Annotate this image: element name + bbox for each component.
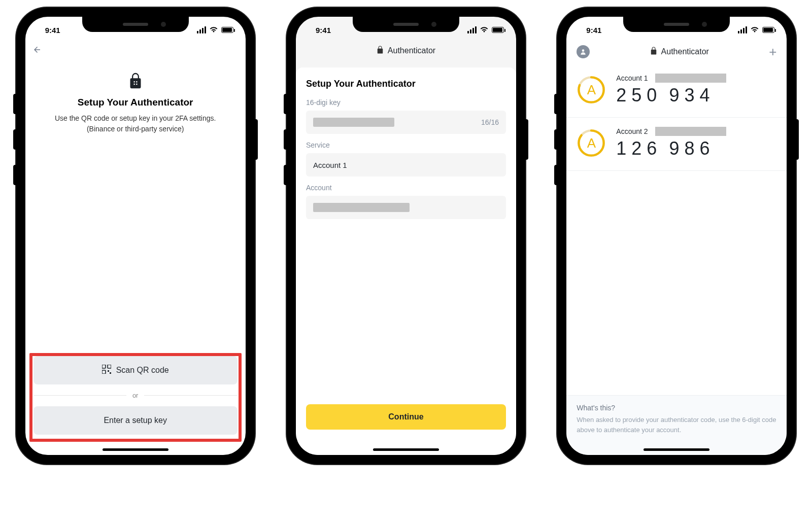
continue-button[interactable]: Continue [306, 404, 506, 430]
phone-frame-3: 9:41 Authenticator [557, 8, 796, 464]
qr-icon [102, 365, 111, 376]
home-indicator[interactable] [644, 448, 709, 451]
redacted-account-detail [655, 127, 726, 136]
svg-point-9 [582, 49, 585, 52]
svg-rect-0 [133, 81, 134, 82]
battery-icon [762, 27, 774, 33]
app-bar: Authenticator + [566, 39, 787, 64]
svg-rect-6 [102, 370, 106, 374]
home-indicator[interactable] [373, 448, 439, 451]
account-row[interactable]: A Account 1 250934 [566, 64, 787, 118]
svg-rect-2 [133, 84, 134, 85]
setup-title: Setup Your Authenticator [33, 97, 238, 108]
enter-setup-key-button[interactable]: Enter a setup key [33, 406, 238, 435]
profile-button[interactable] [577, 45, 590, 58]
app-title: Authenticator [661, 47, 709, 56]
svg-rect-3 [136, 84, 137, 85]
timer-ring: A [577, 128, 606, 158]
lock-icon [650, 46, 657, 57]
add-account-button[interactable]: + [769, 44, 776, 60]
setup-heading: Setup Your Authenticator [306, 79, 506, 89]
field-service-label: Service [306, 141, 506, 149]
status-time: 9:41 [579, 26, 609, 34]
account-name: Account 1 [616, 74, 648, 82]
key-counter: 16/16 [481, 118, 499, 126]
key-input[interactable]: 16/16 [306, 111, 506, 134]
back-button[interactable] [25, 39, 46, 62]
lock-icon [128, 72, 143, 90]
service-value: Account 1 [313, 161, 347, 169]
field-account-label: Account [306, 184, 506, 192]
svg-rect-1 [136, 81, 137, 82]
wifi-icon [750, 26, 759, 34]
auth-code: 126986 [616, 138, 776, 159]
status-icons [467, 26, 504, 34]
svg-rect-5 [108, 365, 111, 368]
redacted-account-detail [655, 74, 726, 83]
scan-qr-button[interactable]: Scan QR code [33, 356, 238, 384]
lock-icon [377, 45, 384, 56]
setup-subtitle: Use the QR code or setup key in your 2FA… [33, 113, 238, 134]
or-divider: or [33, 392, 238, 399]
help-footer: What's this? When asked to provide your … [566, 395, 787, 455]
auth-code: 250934 [616, 85, 776, 106]
wifi-icon [209, 26, 218, 34]
redacted-account-value [313, 203, 410, 212]
home-indicator[interactable] [103, 448, 168, 451]
svg-rect-4 [102, 365, 106, 368]
field-key-label: 16-digi key [306, 98, 506, 107]
status-time: 9:41 [38, 26, 68, 34]
svg-rect-7 [108, 370, 109, 372]
timer-ring: A [577, 75, 606, 104]
service-input[interactable]: Account 1 [306, 153, 506, 177]
help-body: When asked to provide your authenticator… [577, 415, 776, 435]
status-icons [738, 26, 774, 34]
account-input[interactable] [306, 196, 506, 219]
cellular-signal-icon [197, 26, 206, 33]
app-bar: Authenticator [296, 39, 516, 62]
notch [623, 17, 730, 32]
cellular-signal-icon [467, 26, 477, 33]
battery-icon [221, 27, 233, 33]
app-title: Authenticator [388, 46, 435, 55]
notch [353, 17, 459, 32]
phone-frame-1: 9:41 Setup Your Authenticat [16, 8, 255, 464]
account-row[interactable]: A Account 2 126986 [566, 118, 787, 171]
status-icons [197, 26, 233, 34]
svg-rect-8 [110, 372, 111, 374]
cellular-signal-icon [738, 26, 747, 33]
help-title: What's this? [577, 404, 776, 412]
phone-frame-2: 9:41 Authenticator Setup Your Authentica… [287, 8, 525, 464]
wifi-icon [480, 26, 489, 34]
status-time: 9:41 [308, 26, 339, 34]
account-name: Account 2 [616, 127, 648, 135]
notch [82, 17, 189, 32]
redacted-key-value [313, 118, 394, 127]
battery-icon [492, 27, 504, 33]
